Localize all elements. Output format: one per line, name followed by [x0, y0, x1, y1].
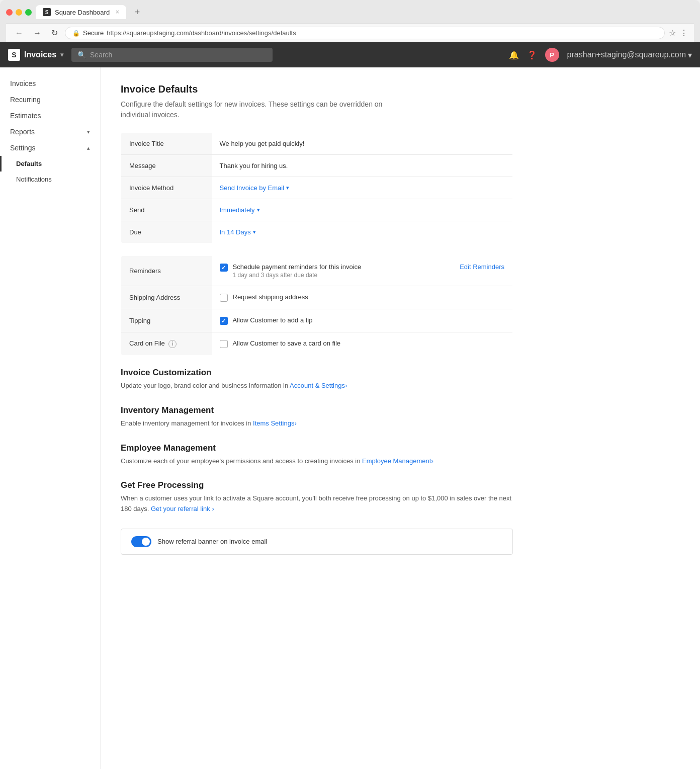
inventory-desc: Enable inventory management for invoices… [121, 418, 513, 429]
new-tab-button[interactable]: + [130, 5, 144, 19]
table-row-reminders: Reminders Schedule payment reminders for… [121, 256, 513, 286]
items-settings-link[interactable]: Items Settings› [253, 419, 297, 427]
shipping-value: Request shipping address [212, 286, 513, 309]
invoice-method-value[interactable]: Send Invoice by Email ▾ [212, 177, 513, 199]
send-dropdown[interactable]: Immediately ▾ [220, 206, 260, 214]
table-row-shipping: Shipping Address Request shipping addres… [121, 286, 513, 309]
browser-tab[interactable]: S Square Dashboard × [36, 5, 126, 19]
sidebar-item-estimates[interactable]: Estimates [0, 108, 100, 124]
user-menu[interactable]: prashan+staging@squareup.com ▾ [567, 50, 692, 60]
dot-yellow[interactable] [16, 9, 22, 16]
top-nav: S Invoices ▾ 🔍 🔔 ❓ P prashan+staging@squ… [0, 42, 700, 67]
app-wrapper: S Invoices ▾ 🔍 🔔 ❓ P prashan+staging@squ… [0, 42, 700, 769]
app-dropdown-icon[interactable]: ▾ [60, 51, 63, 58]
message-value[interactable]: Thank you for hiring us. [212, 155, 513, 177]
tipping-checkbox-row: Allow Customer to add a tip [220, 316, 505, 325]
account-settings-link[interactable]: Account & Settings› [290, 382, 347, 389]
nav-back-button[interactable]: ← [12, 28, 26, 39]
nav-logo: S Invoices ▾ [8, 49, 63, 61]
due-dropdown[interactable]: In 14 Days ▾ [220, 228, 256, 236]
extensions-icon[interactable]: ⋮ [680, 28, 688, 38]
edit-reminders-link[interactable]: Edit Reminders [460, 263, 504, 271]
browser-actions: ☆ ⋮ [669, 28, 688, 38]
settings-arrow-icon: ▴ [87, 145, 90, 151]
invoice-method-dropdown[interactable]: Send Invoice by Email ▾ [220, 184, 290, 192]
notifications-icon[interactable]: 🔔 [509, 50, 519, 60]
sidebar-item-notifications[interactable]: Notifications [0, 172, 100, 187]
message-label: Message [121, 155, 212, 177]
sidebar-item-recurring[interactable]: Recurring [0, 92, 100, 108]
nav-forward-button[interactable]: → [30, 28, 44, 39]
sidebar-item-reports[interactable]: Reports ▾ [0, 124, 100, 140]
table-row-send: Send Immediately ▾ [121, 199, 513, 221]
sidebar-item-settings[interactable]: Settings ▴ [0, 140, 100, 156]
referral-banner-toggle[interactable] [131, 536, 151, 547]
card-on-file-value: Allow Customer to save a card on file [212, 332, 513, 356]
sidebar-item-defaults[interactable]: Defaults [0, 156, 100, 172]
tab-close-button[interactable]: × [116, 9, 119, 16]
reminders-checkbox[interactable] [220, 264, 228, 272]
browser-chrome: S Square Dashboard × + ← → ↻ 🔒 Secure ht… [0, 0, 700, 42]
table-row-tipping: Tipping Allow Customer to add a tip [121, 309, 513, 332]
tipping-label: Tipping [121, 309, 212, 332]
table-row-invoice-method: Invoice Method Send Invoice by Email ▾ [121, 177, 513, 199]
customization-title: Invoice Customization [121, 368, 513, 378]
send-value[interactable]: Immediately ▾ [212, 199, 513, 221]
due-value[interactable]: In 14 Days ▾ [212, 221, 513, 243]
reminders-checkbox-sublabel: 1 day and 3 days after due date [233, 272, 362, 279]
reminders-label: Reminders [121, 256, 212, 286]
due-dropdown-icon: ▾ [253, 229, 256, 235]
dot-red[interactable] [6, 9, 13, 16]
avatar: P [545, 48, 559, 62]
search-input[interactable] [90, 51, 267, 59]
send-label: Send [121, 199, 212, 221]
table-row-due: Due In 14 Days ▾ [121, 221, 513, 243]
dot-green[interactable] [25, 9, 32, 16]
app-title: Invoices [24, 50, 56, 59]
referral-link[interactable]: Get your referral link › [151, 505, 214, 512]
reminders-checkbox-label: Schedule payment reminders for this invo… [233, 263, 362, 271]
invoice-title-value[interactable]: We help you get paid quickly! [212, 133, 513, 155]
tipping-value: Allow Customer to add a tip [212, 309, 513, 332]
send-dropdown-icon: ▾ [257, 207, 260, 213]
card-on-file-checkbox[interactable] [220, 340, 228, 348]
card-on-file-info-icon[interactable]: i [168, 340, 177, 348]
options-table: Reminders Schedule payment reminders for… [121, 255, 513, 356]
card-on-file-checkbox-row: Allow Customer to save a card on file [220, 339, 505, 348]
sidebar-notifications-label: Notifications [16, 176, 52, 183]
invoice-title-label: Invoice Title [121, 133, 212, 155]
browser-window: S Square Dashboard × + ← → ↻ 🔒 Secure ht… [0, 0, 700, 769]
reminders-value: Schedule payment reminders for this invo… [212, 256, 513, 286]
secure-icon: 🔒 [72, 30, 80, 37]
browser-address-bar: ← → ↻ 🔒 Secure https://squareupstaging.c… [6, 23, 694, 42]
employee-section: Employee Management Customize each of yo… [121, 443, 513, 467]
search-bar[interactable]: 🔍 [71, 48, 273, 62]
address-bar[interactable]: 🔒 Secure https://squareupstaging.com/das… [65, 27, 665, 39]
shipping-checkbox[interactable] [220, 294, 228, 302]
invoice-method-label: Invoice Method [121, 177, 212, 199]
tipping-checkbox[interactable] [220, 317, 228, 325]
sidebar-reports-label: Reports [10, 128, 35, 136]
referral-banner-toggle-row: Show referral banner on invoice email [121, 529, 513, 555]
inventory-section: Inventory Management Enable inventory ma… [121, 405, 513, 429]
tipping-checkbox-label: Allow Customer to add a tip [233, 316, 313, 324]
help-icon[interactable]: ❓ [527, 50, 537, 60]
bookmark-icon[interactable]: ☆ [669, 28, 676, 38]
toggle-label: Show referral banner on invoice email [157, 538, 267, 545]
browser-titlebar: S Square Dashboard × + [6, 5, 694, 19]
sidebar-estimates-label: Estimates [10, 112, 41, 120]
free-processing-title: Get Free Processing [121, 480, 513, 490]
invoice-defaults-table: Invoice Title We help you get paid quick… [121, 132, 513, 243]
shipping-label: Shipping Address [121, 286, 212, 309]
card-on-file-checkbox-label: Allow Customer to save a card on file [233, 339, 341, 347]
nav-refresh-button[interactable]: ↻ [48, 27, 61, 39]
sidebar-settings-label: Settings [10, 144, 36, 152]
browser-dots [6, 9, 32, 16]
sidebar: Invoices Recurring Estimates Reports ▾ S… [0, 67, 101, 769]
employee-management-link[interactable]: Employee Management› [362, 457, 433, 465]
customization-desc: Update your logo, brand color and busine… [121, 381, 513, 391]
page-description: Configure the default settings for new i… [121, 99, 513, 120]
reports-arrow-icon: ▾ [87, 129, 90, 135]
sidebar-item-invoices[interactable]: Invoices [0, 75, 100, 92]
card-on-file-label: Card on File i [121, 332, 212, 356]
